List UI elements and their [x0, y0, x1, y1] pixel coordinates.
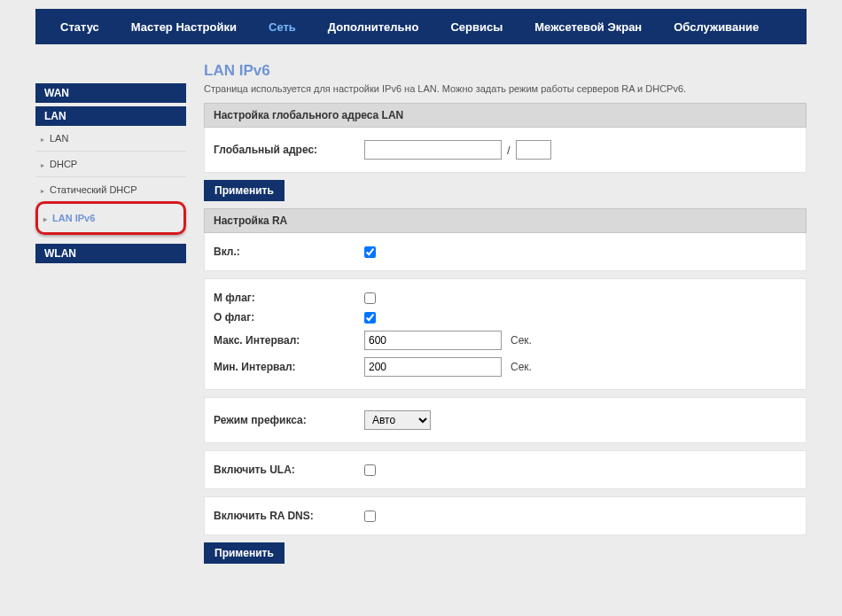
content-area: LAN IPv6 Страница используется для настр… — [204, 53, 807, 571]
page-title: LAN IPv6 — [204, 62, 807, 80]
sidebar-section-lan[interactable]: LAN — [35, 106, 186, 126]
max-interval-label: Макс. Интервал: — [214, 334, 364, 347]
min-interval-unit: Сек. — [511, 361, 532, 373]
global-address-header: Настройка глобального адреса LAN — [204, 103, 807, 128]
ula-panel: Включить ULA: — [204, 450, 807, 489]
max-interval-input[interactable] — [364, 331, 502, 350]
ra-header: Настройка RA — [204, 208, 807, 233]
min-interval-input[interactable] — [364, 357, 502, 377]
sidebar-section-wan[interactable]: WAN — [35, 83, 186, 103]
ula-checkbox[interactable] — [364, 464, 376, 476]
nav-network[interactable]: Сеть — [253, 9, 312, 44]
o-flag-label: O флаг: — [214, 311, 364, 324]
nav-firewall[interactable]: Межсетевой Экран — [518, 9, 658, 44]
top-nav: Статус Мастер Настройки Сеть Дополнитель… — [35, 9, 807, 44]
sidebar-item-lan-ipv6[interactable]: LAN IPv6 — [38, 206, 183, 230]
min-interval-label: Мин. Интервал: — [214, 361, 364, 373]
nav-services[interactable]: Сервисы — [434, 9, 518, 44]
sidebar: WAN LAN LAN DHCP Статический DHCP LAN IP… — [35, 53, 186, 571]
global-address-label: Глобальный адрес: — [214, 144, 364, 156]
sidebar-item-static-dhcp[interactable]: Статический DHCP — [35, 177, 186, 203]
ra-dns-label: Включить RA DNS: — [214, 510, 364, 522]
o-flag-checkbox[interactable] — [364, 312, 376, 324]
page-description: Страница используется для настройки IPv6… — [204, 83, 807, 94]
prefix-mode-select[interactable]: Авто — [364, 410, 431, 430]
max-interval-unit: Сек. — [511, 334, 532, 347]
apply-button[interactable]: Применить — [204, 180, 285, 201]
highlight-annotation: LAN IPv6 — [35, 201, 186, 235]
ra-dns-panel: Включить RA DNS: — [204, 496, 807, 535]
prefix-mode-label: Режим префикса: — [214, 414, 364, 426]
apply-button-2[interactable]: Применить — [204, 542, 285, 564]
nav-maintenance[interactable]: Обслуживание — [658, 9, 775, 44]
ula-label: Включить ULA: — [214, 464, 364, 476]
ra-flags-panel: M флаг: O флаг: Макс. Интервал: Сек. Мин… — [204, 278, 807, 390]
global-prefix-input[interactable] — [516, 140, 551, 160]
global-address-panel: Глобальный адрес: / — [204, 128, 807, 173]
nav-advanced[interactable]: Дополнительно — [312, 9, 435, 44]
sidebar-item-lan[interactable]: LAN — [35, 126, 186, 152]
nav-status[interactable]: Статус — [44, 9, 115, 44]
prefix-mode-panel: Режим префикса: Авто — [204, 397, 807, 443]
sidebar-item-dhcp[interactable]: DHCP — [35, 152, 186, 177]
sidebar-section-wlan[interactable]: WLAN — [35, 244, 186, 263]
ra-enable-panel: Вкл.: — [204, 233, 807, 271]
ra-enable-label: Вкл.: — [214, 246, 364, 258]
ra-enable-checkbox[interactable] — [364, 246, 376, 258]
nav-wizard[interactable]: Мастер Настройки — [115, 9, 253, 44]
slash-separator: / — [507, 144, 511, 157]
global-address-input[interactable] — [364, 140, 502, 160]
ra-dns-checkbox[interactable] — [364, 511, 376, 522]
m-flag-label: M флаг: — [214, 292, 364, 304]
m-flag-checkbox[interactable] — [364, 292, 376, 304]
